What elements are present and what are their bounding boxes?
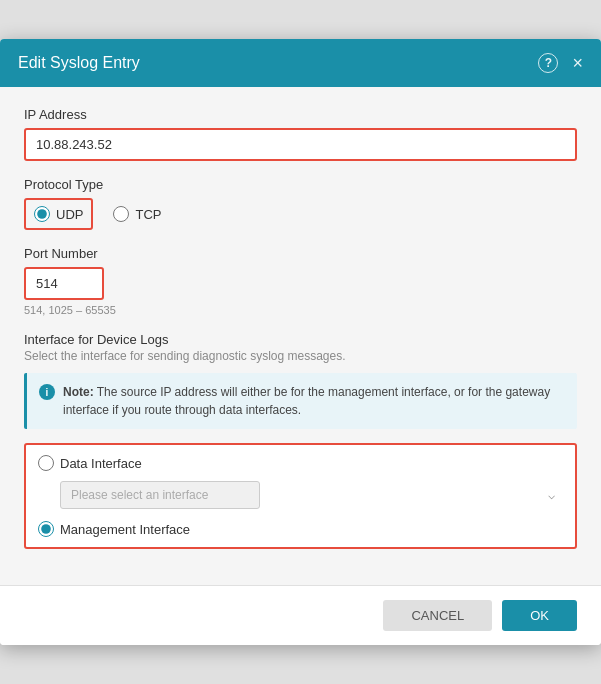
management-interface-radio[interactable] [38,521,54,537]
tcp-radio-option[interactable]: TCP [113,206,161,222]
info-box: i Note: The source IP address will eithe… [24,373,577,429]
data-interface-label: Data Interface [60,456,142,471]
interface-section-group: Interface for Device Logs Select the int… [24,332,577,549]
udp-radio[interactable] [34,206,50,222]
interface-section-label: Interface for Device Logs [24,332,577,347]
close-icon[interactable]: × [572,54,583,72]
select-arrow-icon: ⌵ [548,488,555,502]
dialog-title: Edit Syslog Entry [18,54,140,72]
port-number-group: Port Number 514, 1025 – 65535 [24,246,577,316]
protocol-type-group: Protocol Type UDP TCP [24,177,577,230]
ip-address-group: IP Address [24,107,577,161]
note-prefix: Note: [63,385,94,399]
management-interface-option[interactable]: Management Interface [38,521,563,537]
udp-radio-option[interactable]: UDP [34,206,83,222]
cancel-button[interactable]: CANCEL [383,600,492,631]
management-interface-label: Management Interface [60,522,190,537]
dialog-footer: CANCEL OK [0,585,601,645]
info-text: Note: The source IP address will either … [63,383,565,419]
tcp-label: TCP [135,207,161,222]
port-number-input[interactable] [24,267,104,300]
interface-section-sublabel: Select the interface for sending diagnos… [24,349,577,363]
info-icon: i [39,384,55,400]
ip-address-label: IP Address [24,107,577,122]
udp-label: UDP [56,207,83,222]
dialog-body: IP Address Protocol Type UDP TCP [0,87,601,585]
interface-select-wrapper: Please select an interface ⌵ [60,481,563,509]
data-interface-wrapper: Data Interface Please select an interfac… [38,455,563,509]
interface-select[interactable]: Please select an interface [60,481,260,509]
data-interface-option[interactable]: Data Interface [38,455,563,471]
spacer [38,509,563,521]
interface-options: Data Interface Please select an interfac… [24,443,577,549]
protocol-radio-group: UDP TCP [24,198,577,230]
dialog-header: Edit Syslog Entry ? × [0,39,601,87]
header-actions: ? × [538,53,583,73]
port-number-label: Port Number [24,246,577,261]
help-icon[interactable]: ? [538,53,558,73]
port-hint: 514, 1025 – 65535 [24,304,577,316]
data-interface-radio[interactable] [38,455,54,471]
note-body: The source IP address will either be for… [63,385,550,417]
ok-button[interactable]: OK [502,600,577,631]
tcp-radio[interactable] [113,206,129,222]
edit-syslog-dialog: Edit Syslog Entry ? × IP Address Protoco… [0,39,601,645]
ip-address-input[interactable] [24,128,577,161]
protocol-type-label: Protocol Type [24,177,577,192]
udp-option-highlighted: UDP [24,198,93,230]
